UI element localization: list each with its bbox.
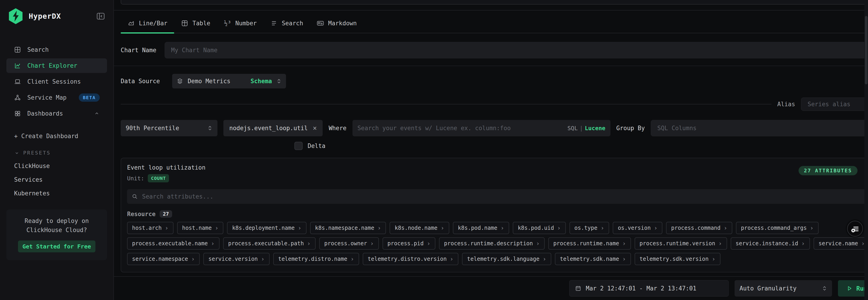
- tab-line-bar[interactable]: Line/Bar: [121, 14, 174, 33]
- group-by-input[interactable]: [651, 120, 868, 136]
- sql-option[interactable]: SQL: [567, 125, 578, 132]
- attribute-chip[interactable]: k8s.pod.name›: [453, 222, 509, 234]
- sidebar-item-client-sessions[interactable]: Client Sessions: [6, 74, 107, 89]
- tab-label: Table: [192, 20, 210, 27]
- close-icon[interactable]: ×: [313, 125, 317, 132]
- selector-chevrons-icon: [208, 125, 212, 131]
- attribute-chip-label: k8s.pod.name: [458, 225, 497, 231]
- preset-item-kubernetes[interactable]: Kubernetes: [14, 190, 99, 197]
- chevron-right-icon: ›: [622, 240, 626, 247]
- attribute-chip[interactable]: telemetry.distro.name›: [273, 253, 359, 265]
- tab-label: Markdown: [328, 20, 356, 27]
- chart-type-tabs: Line/Bar Table ½³ Number: [121, 14, 868, 33]
- attribute-chip[interactable]: telemetry.sdk.language›: [462, 253, 551, 265]
- alias-input[interactable]: [801, 98, 868, 111]
- attribute-chip[interactable]: process.command_args›: [736, 222, 818, 234]
- preset-item-services[interactable]: Services: [14, 176, 99, 183]
- chevron-up-icon: [94, 111, 100, 116]
- chart-name-input[interactable]: [165, 42, 868, 58]
- attribute-chip[interactable]: os.type›: [569, 222, 609, 234]
- attribute-chip[interactable]: telemetry.distro.version›: [363, 253, 458, 265]
- sidebar-item-label: Dashboards: [27, 110, 88, 117]
- attribute-chip[interactable]: process.owner›: [319, 237, 379, 250]
- alias-label: Alias: [777, 101, 795, 108]
- network-icon: [14, 94, 22, 102]
- attribute-search-input[interactable]: [142, 193, 865, 200]
- product-tour-button[interactable]: [847, 221, 863, 237]
- attribute-chip[interactable]: k8s.pod.uid›: [513, 222, 566, 234]
- granularity-select[interactable]: Auto Granularity: [735, 280, 832, 297]
- attribute-chip[interactable]: host.name›: [177, 222, 224, 234]
- metric-tag[interactable]: nodejs.event_loop.util ×: [223, 120, 323, 136]
- sidebar-item-chart-explorer[interactable]: Chart Explorer: [6, 58, 107, 73]
- markdown-icon: [317, 20, 324, 27]
- attribute-chip[interactable]: service.instance.id›: [731, 237, 810, 250]
- tab-label: Number: [236, 20, 257, 27]
- chevron-right-icon: ›: [724, 224, 727, 231]
- divider: [114, 66, 868, 66]
- schema-link[interactable]: Schema: [250, 78, 272, 85]
- series-row: 90th Percentile nodejs.event_loop.util ×…: [121, 120, 868, 136]
- tab-number[interactable]: ½³ Number: [217, 14, 264, 33]
- chevron-right-icon: ›: [377, 224, 381, 231]
- delta-checkbox[interactable]: [294, 142, 303, 150]
- resource-count-badge: 27: [160, 210, 172, 218]
- attribute-chip[interactable]: process.command›: [666, 222, 732, 234]
- attribute-chip[interactable]: process.runtime.name›: [548, 237, 631, 250]
- attribute-chip-label: process.executable.path: [228, 240, 304, 247]
- attribute-chip[interactable]: telemetry.sdk.version›: [634, 253, 720, 265]
- attribute-chip[interactable]: process.runtime.description›: [439, 237, 545, 250]
- attribute-chip[interactable]: telemetry.sdk.name›: [555, 253, 631, 265]
- attribute-chip[interactable]: k8s.node.name›: [390, 222, 449, 234]
- resource-group-label: Resource: [127, 211, 156, 217]
- sidebar-item-dashboards[interactable]: Dashboards: [6, 106, 107, 121]
- attribute-search-wrap: [127, 189, 868, 204]
- attribute-chip[interactable]: service.name›: [813, 237, 868, 250]
- tab-markdown[interactable]: Markdown: [310, 14, 364, 33]
- chart-name-row: Chart Name: [121, 42, 868, 58]
- attribute-chip[interactable]: os.version›: [613, 222, 662, 234]
- time-range-picker[interactable]: Mar 2 12:47:01 - Mar 2 13:47:01: [569, 280, 728, 297]
- chevron-right-icon: ›: [370, 240, 374, 247]
- search-icon: [132, 193, 138, 200]
- run-button[interactable]: Run: [838, 280, 868, 297]
- list-icon: [270, 20, 278, 27]
- attribute-chip[interactable]: process.pid›: [382, 237, 436, 250]
- where-search-input[interactable]: [358, 125, 567, 132]
- create-dashboard-button[interactable]: + Create Dashboard: [6, 133, 107, 139]
- attribute-chip[interactable]: service.version›: [203, 253, 269, 265]
- attribute-chip-label: service.name: [818, 240, 858, 247]
- attribute-chip[interactable]: k8s.namespace.name›: [310, 222, 386, 234]
- query-language-toggle[interactable]: SQL|Lucene: [567, 125, 606, 132]
- get-started-button[interactable]: Get Started for Free: [18, 241, 95, 252]
- presets-header[interactable]: PRESETS: [14, 150, 99, 156]
- clipped-top-panel: [121, 0, 868, 5]
- scrollbar-track[interactable]: [864, 0, 868, 300]
- attribute-chip-label: service.instance.id: [736, 240, 798, 247]
- lucene-option[interactable]: Lucene: [585, 125, 605, 132]
- attribute-chip[interactable]: host.arch›: [127, 222, 174, 234]
- chevron-right-icon: ›: [654, 224, 658, 231]
- attribute-chip-label: telemetry.sdk.version: [640, 256, 709, 262]
- attribute-chip[interactable]: process.executable.name›: [127, 237, 219, 250]
- search-grid-icon: [14, 46, 22, 54]
- attribute-chip[interactable]: process.executable.path›: [223, 237, 316, 250]
- data-source-row: Data Source Demo Metrics Schema: [121, 74, 868, 88]
- attribute-chip[interactable]: process.runtime.version›: [634, 237, 727, 250]
- data-source-select[interactable]: Demo Metrics Schema: [172, 74, 286, 88]
- preset-item-clickhouse[interactable]: ClickHouse: [14, 163, 99, 169]
- attribute-chip[interactable]: service.namespace›: [127, 253, 200, 265]
- tab-table[interactable]: Table: [174, 14, 217, 33]
- attribute-chip-label: process.owner: [324, 240, 367, 247]
- sidebar-collapse-icon[interactable]: [96, 11, 106, 21]
- sidebar-item-search[interactable]: Search: [6, 43, 107, 57]
- aggregation-value: 90th Percentile: [126, 125, 208, 132]
- sidebar-item-service-map[interactable]: Service Map BETA: [6, 90, 107, 105]
- data-source-label: Data Source: [121, 78, 160, 85]
- attribute-chip[interactable]: k8s.deployment.name›: [227, 222, 306, 234]
- alias-row: Alias: [121, 98, 868, 111]
- aggregation-select[interactable]: 90th Percentile: [121, 120, 217, 136]
- tab-search[interactable]: Search: [264, 14, 310, 33]
- scrollbar-thumb[interactable]: [865, 16, 868, 84]
- attribute-chip-label: k8s.deployment.name: [232, 225, 294, 231]
